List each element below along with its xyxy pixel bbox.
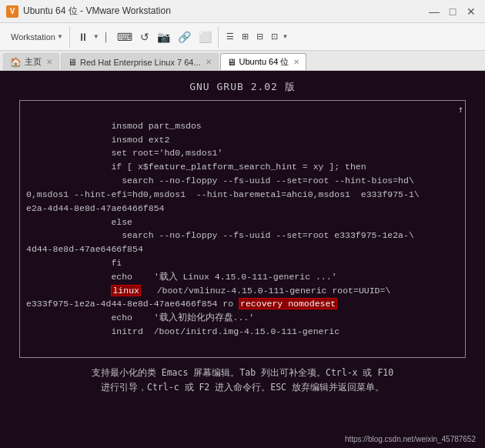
line-3: set root='hd0,msdos1' bbox=[26, 148, 222, 158]
view-btn3[interactable]: ⊟ bbox=[253, 30, 266, 43]
close-button[interactable]: ✕ bbox=[463, 4, 479, 19]
fullscreen-icon: ⬜ bbox=[199, 31, 212, 43]
view-controls-group: ☰ ⊞ ⊟ ⊡ ▼ bbox=[220, 26, 292, 48]
scroll-arrow: ↑ bbox=[458, 104, 463, 115]
view-dropdown-arrow: ▼ bbox=[283, 33, 289, 40]
workstation-menu-button[interactable]: Workstation ▼ bbox=[8, 31, 66, 43]
divider1: │ bbox=[101, 31, 112, 43]
tabs-bar: 🏠 主页 ✕ 🖥 Red Hat Enterprise Linux 7 64..… bbox=[0, 51, 485, 71]
refresh-icon: ↺ bbox=[140, 31, 149, 43]
line-5: search --no-floppy --fs-uuid --set=root … bbox=[26, 176, 414, 186]
snapshot2-button[interactable]: 🔗 bbox=[175, 29, 194, 45]
keyboard-icon: ⌨ bbox=[117, 31, 132, 43]
home-tab-icon: 🏠 bbox=[10, 57, 22, 68]
minimize-button[interactable]: — bbox=[426, 4, 442, 19]
snapshot2-icon: 🔗 bbox=[178, 31, 191, 43]
rhel-tab-label: Red Hat Enterprise Linux 7 64... bbox=[80, 58, 201, 67]
grub-info-text: 支持最小化的类 Emacs 屏幕编辑。Tab 列出可补全项。Ctrl-x 或 F… bbox=[19, 366, 466, 396]
refresh-button[interactable]: ↺ bbox=[137, 29, 152, 45]
line-1: insmod part_msdos bbox=[26, 121, 202, 131]
pause-button[interactable]: ⏸ bbox=[75, 29, 92, 45]
grub-info-line1: 支持最小化的类 Emacs 屏幕编辑。Tab 列出可补全项。Ctrl-x 或 F… bbox=[19, 366, 466, 381]
line-echo2: echo '载入初始化内存盘...' bbox=[26, 313, 254, 323]
line-4: if [ x$feature_platform_search_hint = xy… bbox=[26, 162, 366, 172]
tab-ubuntu[interactable]: 🖥 Ubuntu 64 位 ✕ bbox=[220, 53, 307, 70]
linux-line: linux /boot/vmlinuz-4.15.0-111-generic r… bbox=[26, 285, 390, 296]
line-10: 4d44-8e8d-47ae6466f854 bbox=[26, 244, 143, 254]
workstation-label: Workstation bbox=[11, 32, 55, 42]
toolbar: Workstation ▼ ⏸ ▼ │ ⌨ ↺ 📷 🔗 ⬜ ☰ ⊞ ⊟ ⊡ ▼ bbox=[0, 23, 485, 51]
app-icon: V bbox=[6, 5, 18, 18]
vm-display[interactable]: GNU GRUB 2.02 版 ↑ insmod part_msdos insm… bbox=[0, 71, 485, 448]
window-controls: — □ ✕ bbox=[426, 4, 479, 19]
line-2: insmod ext2 bbox=[26, 135, 169, 145]
grub-info-line2: 进行引导，Ctrl-c 或 F2 进入命令行。ESC 放弃编辑并返回菜单。 bbox=[19, 380, 466, 396]
workstation-menu-group: Workstation ▼ bbox=[5, 26, 70, 48]
line-8: else bbox=[26, 217, 132, 227]
linux-line-2: e333f975-1e2a-4d44-8e8d-47ae6466f854 ro … bbox=[26, 298, 337, 309]
ubuntu-tab-label: Ubuntu 64 位 bbox=[239, 56, 289, 68]
line-6: 0,msdos1 --hint-efi=hd0,msdos1 --hint-ba… bbox=[26, 189, 420, 199]
pause-icon: ⏸ bbox=[78, 31, 89, 43]
view-btn2[interactable]: ⊞ bbox=[239, 30, 252, 43]
view-btn1[interactable]: ☰ bbox=[223, 30, 237, 43]
home-tab-label: 主页 bbox=[25, 56, 42, 68]
fullscreen-button[interactable]: ⬜ bbox=[196, 29, 215, 45]
ubuntu-tab-icon: 🖥 bbox=[227, 57, 236, 68]
snapshot-button[interactable]: 📷 bbox=[154, 29, 173, 45]
grub-title: GNU GRUB 2.02 版 bbox=[189, 80, 296, 94]
rhel-tab-icon: 🖥 bbox=[68, 57, 77, 68]
tab-rhel[interactable]: 🖥 Red Hat Enterprise Linux 7 64... ✕ bbox=[61, 53, 219, 70]
ubuntu-tab-close[interactable]: ✕ bbox=[293, 58, 299, 66]
rhel-tab-close[interactable]: ✕ bbox=[206, 58, 212, 66]
window-title: Ubuntu 64 位 - VMware Workstation bbox=[23, 5, 426, 18]
home-tab-close[interactable]: ✕ bbox=[46, 58, 52, 66]
grub-code-block: insmod part_msdos insmod ext2 set root='… bbox=[26, 105, 459, 353]
maximize-button[interactable]: □ bbox=[445, 4, 460, 19]
snapshot-icon: 📷 bbox=[157, 31, 170, 43]
view-btn4[interactable]: ⊡ bbox=[268, 30, 281, 43]
line-initrd: initrd /boot/initrd.img-4.15.0-111-gener… bbox=[26, 326, 340, 336]
title-bar: V Ubuntu 64 位 - VMware Workstation — □ ✕ bbox=[0, 0, 485, 23]
line-11: fi bbox=[26, 258, 122, 268]
vm-controls-group: ⏸ ▼ │ ⌨ ↺ 📷 🔗 ⬜ bbox=[72, 26, 219, 48]
grub-terminal-box: ↑ insmod part_msdos insmod ext2 set root… bbox=[19, 100, 466, 358]
send-keys-button[interactable]: ⌨ bbox=[114, 29, 135, 45]
workstation-dropdown-arrow: ▼ bbox=[57, 33, 63, 40]
line-12: echo '载入 Linux 4.15.0-111-generic ...' bbox=[26, 272, 337, 282]
pause-dropdown-arrow: ▼ bbox=[93, 33, 99, 40]
line-9: search --no-floppy --fs-uuid --set=root … bbox=[26, 230, 414, 240]
url-watermark: https://blog.csdn.net/weixin_45787652 bbox=[345, 435, 476, 443]
tab-home[interactable]: 🏠 主页 ✕ bbox=[3, 53, 59, 70]
line-7: e2a-4d44-8e8d-47ae6466f854 bbox=[26, 203, 164, 213]
